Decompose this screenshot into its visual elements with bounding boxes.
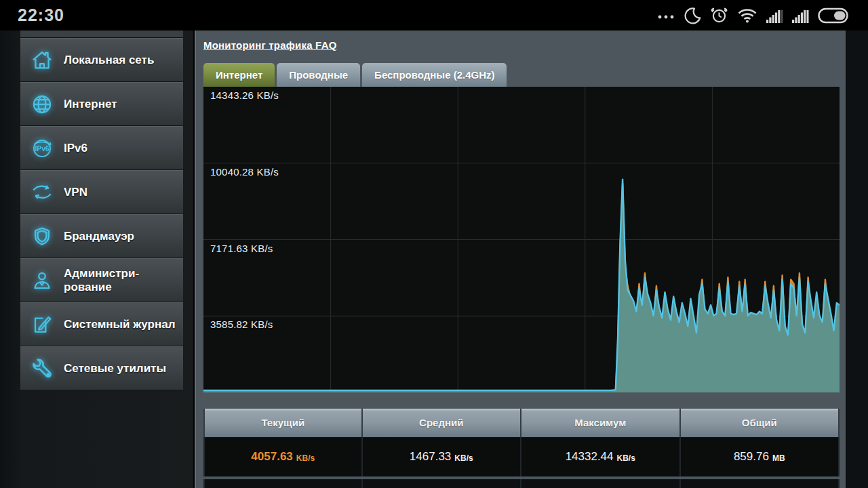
- content-panel: Мониторинг трафика FAQ Интернет Проводны…: [195, 30, 846, 488]
- screen: 22:30: [0, 0, 868, 488]
- y-axis-tick: 10040.28 KB/s: [210, 166, 279, 178]
- stats-next-row-partial: [203, 479, 840, 488]
- sidebar-item-lan[interactable]: Локальная сеть: [20, 38, 183, 82]
- sidebar-item-label: Брандмауэр: [64, 230, 134, 243]
- stats-header-total: Общий: [681, 409, 840, 437]
- stat-number: 1467.33: [410, 450, 451, 464]
- clock: 22:30: [18, 0, 64, 30]
- stat-unit: KB/s: [296, 451, 315, 463]
- traffic-tabs: Интернет Проводные Беспроводные (2.4GHz): [203, 63, 507, 87]
- status-icons: [657, 0, 849, 30]
- do-not-disturb-moon-icon: [684, 7, 701, 24]
- ipv6-icon: IPv6: [20, 137, 64, 160]
- stats-partial-cell: [363, 479, 522, 488]
- stat-unit: MB: [772, 451, 785, 463]
- admin-user-icon: [20, 269, 64, 292]
- stat-number: 4057.63: [251, 450, 292, 464]
- y-axis-tick: 7171.63 KB/s: [210, 243, 273, 254]
- right-edge-strip: [846, 30, 868, 488]
- sidebar-item-label: Интернет: [64, 98, 117, 111]
- more-dots-icon: [657, 12, 675, 19]
- home-icon: [20, 49, 64, 72]
- sidebar-item-ipv6[interactable]: IPv6 IPv6: [20, 126, 183, 170]
- sidebar-item-system-log[interactable]: Системный журнал: [20, 302, 183, 346]
- stats-header-current: Текущий: [203, 409, 363, 437]
- stats-partial-cell: [681, 479, 840, 488]
- stat-unit: KB/s: [454, 451, 473, 463]
- stats-value-total: 859.76 MB: [681, 437, 840, 476]
- stats-value-row: 4057.63 KB/s 1467.33 KB/s 14332.44 KB/s …: [203, 437, 840, 476]
- stats-header-maximum: Максимум: [521, 409, 681, 437]
- sidebar-item-partial[interactable]: [20, 30, 183, 38]
- sidebar-item-label: IPv6: [64, 142, 87, 155]
- system-log-icon: [20, 313, 64, 336]
- wifi-icon: [737, 7, 757, 24]
- stat-number: 14332.44: [566, 450, 614, 464]
- sidebar-menu: Локальная сеть Интернет: [20, 30, 183, 390]
- stats-header-row: Текущий Средний Максимум Общий: [203, 409, 840, 437]
- stats-value-current: 4057.63 KB/s: [203, 437, 363, 476]
- network-tools-icon: [20, 357, 64, 380]
- sidebar: Локальная сеть Интернет: [0, 30, 193, 488]
- sidebar-item-administration[interactable]: Администри- рование: [20, 258, 183, 302]
- svg-text:IPv6: IPv6: [35, 145, 50, 152]
- alarm-clock-icon: [710, 6, 728, 24]
- traffic-chart: 14343.26 KB/s 10040.28 KB/s 7171.63 KB/s…: [203, 87, 840, 392]
- tab-wireless-24ghz[interactable]: Беспроводные (2.4GHz): [362, 63, 507, 87]
- sidebar-item-network-tools[interactable]: Сетевые утилиты: [20, 346, 183, 390]
- sidebar-item-internet[interactable]: Интернет: [20, 82, 183, 126]
- sidebar-item-label: Администри- рование: [64, 267, 139, 293]
- sidebar-item-label: Сетевые утилиты: [64, 362, 166, 375]
- sidebar-item-vpn[interactable]: VPN: [20, 170, 183, 214]
- tab-internet[interactable]: Интернет: [203, 63, 275, 87]
- cell-signal-sim2-icon: [792, 7, 809, 24]
- vpn-icon: [20, 181, 64, 204]
- stat-number: 859.76: [734, 450, 769, 464]
- cell-signal-sim1-icon: [766, 7, 783, 24]
- y-axis-tick: 3585.82 KB/s: [210, 319, 273, 330]
- battery-icon: [818, 7, 849, 24]
- stats-partial-cell: [521, 479, 681, 488]
- sidebar-item-firewall[interactable]: Брандмауэр: [20, 214, 183, 258]
- shield-icon: [20, 225, 64, 248]
- stats-value-maximum: 14332.44 KB/s: [521, 437, 681, 476]
- sidebar-item-label: VPN: [64, 186, 87, 199]
- stats-value-average: 1467.33 KB/s: [363, 437, 522, 476]
- traffic-stats-table: Текущий Средний Максимум Общий 4057.63 K…: [203, 409, 840, 488]
- sidebar-item-label: Локальная сеть: [64, 54, 154, 67]
- globe-icon: [20, 93, 64, 116]
- traffic-chart-canvas: [203, 87, 840, 392]
- stat-unit: KB/s: [617, 451, 635, 463]
- status-bar: 22:30: [0, 0, 868, 30]
- stats-partial-cell: [203, 479, 363, 488]
- sidebar-item-label: Системный журнал: [64, 318, 175, 331]
- tab-wired[interactable]: Проводные: [277, 63, 360, 87]
- stats-header-average: Средний: [363, 409, 522, 437]
- traffic-monitor-title-link[interactable]: Мониторинг трафика FAQ: [203, 39, 337, 51]
- y-axis-tick: 14343.26 KB/s: [210, 89, 279, 101]
